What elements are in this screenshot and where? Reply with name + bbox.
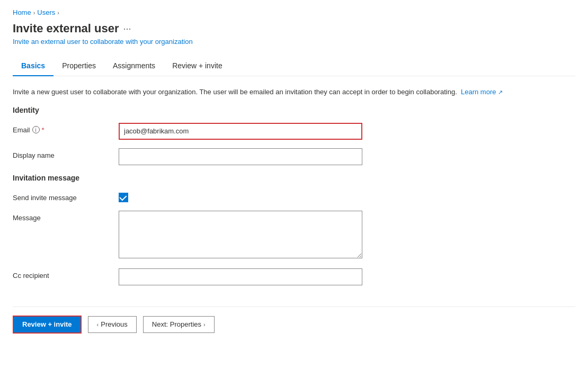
previous-chevron-icon: ‹ — [97, 321, 99, 328]
message-row: Message — [13, 211, 575, 260]
send-invite-checkbox-wrapper — [119, 191, 362, 202]
invite-description: Invite a new guest user to collaborate w… — [13, 87, 575, 97]
display-name-control — [119, 148, 362, 165]
send-invite-control — [119, 191, 362, 202]
breadcrumb-users[interactable]: Users — [37, 8, 55, 16]
email-info-icon[interactable]: i — [32, 126, 40, 133]
tab-assignments[interactable]: Assignments — [104, 56, 164, 76]
breadcrumb: Home › Users › — [13, 8, 575, 16]
next-label: Next: Properties — [152, 320, 201, 328]
next-chevron-icon: › — [203, 321, 206, 328]
tab-basics[interactable]: Basics — [13, 56, 54, 76]
email-row: Email i * — [13, 123, 575, 140]
tab-review[interactable]: Review + invite — [164, 56, 231, 76]
cc-input[interactable] — [119, 268, 362, 285]
identity-section-title: Identity — [13, 106, 575, 114]
footer-bar: Review + invite ‹ Previous Next: Propert… — [13, 307, 575, 334]
display-name-input[interactable] — [119, 148, 362, 165]
invitation-section-title: Invitation message — [13, 174, 575, 182]
more-options-icon[interactable]: ··· — [123, 23, 131, 34]
email-control — [119, 123, 362, 140]
message-label: Message — [13, 211, 119, 222]
invite-description-text: Invite a new guest user to collaborate w… — [13, 88, 457, 96]
send-invite-checkbox[interactable] — [119, 193, 128, 202]
cc-row: Cc recipient — [13, 268, 575, 285]
message-textarea[interactable] — [119, 211, 362, 258]
external-link-icon: ↗ — [498, 89, 503, 95]
send-invite-row: Send invite message — [13, 191, 575, 202]
display-name-label: Display name — [13, 148, 119, 159]
page-title-row: Invite external user ··· — [13, 22, 575, 35]
email-required-star: * — [42, 126, 44, 134]
page-subtitle: Invite an external user to collaborate w… — [13, 38, 575, 46]
previous-label: Previous — [101, 320, 128, 328]
email-input[interactable] — [119, 123, 362, 140]
email-label: Email i * — [13, 123, 119, 134]
review-invite-button[interactable]: Review + invite — [13, 316, 82, 334]
breadcrumb-sep-1: › — [33, 10, 35, 16]
page-title: Invite external user — [13, 22, 119, 35]
learn-more-link[interactable]: Learn more ↗ — [461, 88, 503, 96]
tab-properties[interactable]: Properties — [54, 56, 104, 76]
previous-button[interactable]: ‹ Previous — [88, 316, 137, 333]
cc-label: Cc recipient — [13, 268, 119, 280]
send-invite-label: Send invite message — [13, 191, 119, 202]
breadcrumb-sep-2: › — [57, 10, 59, 16]
breadcrumb-home[interactable]: Home — [13, 8, 31, 16]
next-button[interactable]: Next: Properties › — [143, 316, 215, 333]
message-control — [119, 211, 362, 260]
display-name-row: Display name — [13, 148, 575, 165]
cc-control — [119, 268, 362, 285]
tabs-container: Basics Properties Assignments Review + i… — [13, 56, 575, 76]
